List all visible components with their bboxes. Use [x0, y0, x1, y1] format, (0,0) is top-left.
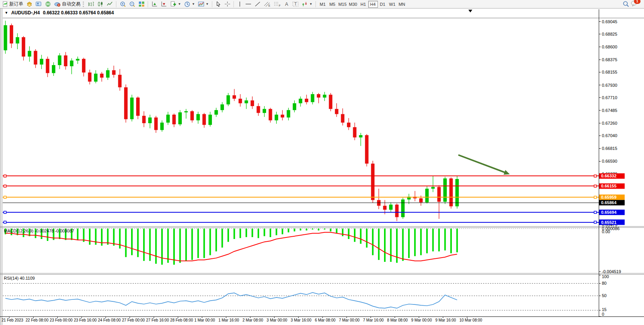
- price-level-line[interactable]: 0.66332: [3, 173, 625, 179]
- rsi-tick-label: 80: [602, 281, 606, 285]
- notifications-button[interactable]: 1: [631, 0, 638, 8]
- time-tick-label: 27 Feb 00:00: [122, 318, 145, 322]
- new-order-button[interactable]: 新订单: [1, 0, 25, 8]
- candle-body: [317, 94, 320, 98]
- chart-line-button[interactable]: [105, 0, 114, 8]
- price-level-line[interactable]: 0.65959: [3, 194, 625, 200]
- candle-body: [124, 87, 128, 119]
- time-axis[interactable]: 21 Feb 202322 Feb 08:0023 Feb 00:0023 Fe…: [0, 316, 644, 322]
- text-label-tool[interactable]: T: [291, 0, 300, 8]
- price-tick-label: 0.68825: [602, 32, 617, 36]
- cursor-tool-button[interactable]: [214, 0, 223, 8]
- line-handle[interactable]: [4, 175, 6, 177]
- candle-body: [251, 100, 254, 106]
- zoom-out-button[interactable]: [128, 0, 137, 8]
- candle-body: [94, 74, 97, 82]
- new-order-icon: [2, 1, 8, 7]
- svg-text:F: F: [279, 4, 280, 7]
- indicator-window-up-button[interactable]: [150, 0, 159, 8]
- line-handle[interactable]: [594, 221, 596, 224]
- toolbar-separator: [234, 1, 234, 7]
- vertical-line-tool[interactable]: [236, 0, 244, 8]
- svg-text:0.65521: 0.65521: [601, 220, 617, 225]
- splitter-rsi[interactable]: [0, 273, 644, 274]
- candle-body: [208, 115, 212, 125]
- line-handle[interactable]: [4, 211, 6, 213]
- arrows-tool-dropdown[interactable]: ▼: [300, 0, 314, 8]
- chart-canvas[interactable]: 0.690450.688250.686000.683750.681550.679…: [0, 9, 644, 325]
- candle-body: [76, 59, 79, 60]
- timeframe-button-h1[interactable]: H1: [359, 1, 368, 8]
- timeframe-button-m15[interactable]: M15: [337, 1, 348, 8]
- add-indicator-dropdown[interactable]: ▼: [169, 0, 183, 8]
- search-icon[interactable]: [621, 0, 631, 8]
- chart-shift-marker[interactable]: [468, 10, 472, 12]
- autotrading-button[interactable]: 自动交易: [53, 0, 82, 8]
- indicator-window-down-button[interactable]: [159, 0, 169, 8]
- svg-text:0.65694: 0.65694: [601, 210, 617, 215]
- line-handle[interactable]: [594, 211, 596, 213]
- candle-body: [10, 25, 13, 43]
- price-level-line[interactable]: 0.65694: [3, 210, 625, 215]
- horizontal-line-tool[interactable]: [244, 0, 253, 8]
- candle-body: [196, 114, 200, 120]
- price-tick-label: 0.66590: [602, 159, 617, 163]
- candle-body: [329, 95, 332, 109]
- tile-windows-button[interactable]: [137, 0, 146, 8]
- timeframe-button-d1[interactable]: D1: [378, 1, 388, 8]
- candle-body: [64, 55, 67, 66]
- candle-body: [383, 206, 386, 210]
- market-watch-button[interactable]: [34, 0, 43, 8]
- chart-dropdown-icon[interactable]: ▼: [5, 11, 8, 15]
- trendline-tool[interactable]: [253, 0, 262, 8]
- signals-button[interactable]: [43, 0, 53, 8]
- current-price-line[interactable]: 0.65864: [3, 200, 625, 205]
- candle-body: [305, 99, 308, 102]
- text-tool[interactable]: A: [282, 0, 291, 8]
- time-tick-label: 28 Feb 08:00: [170, 318, 193, 322]
- candle-body: [371, 163, 374, 200]
- candle-body: [172, 115, 176, 124]
- timeframe-button-m1[interactable]: M1: [318, 1, 328, 8]
- timeframe-button-w1[interactable]: W1: [388, 1, 397, 8]
- chart-bars-button[interactable]: [87, 0, 96, 8]
- equidistant-channel-tool[interactable]: E: [262, 0, 272, 8]
- candle-series: [4, 21, 459, 221]
- chart-candles-button[interactable]: [96, 0, 105, 8]
- fibonacci-tool[interactable]: F: [272, 0, 282, 8]
- candle-body: [202, 114, 206, 125]
- line-handle[interactable]: [4, 221, 6, 224]
- line-handle[interactable]: [4, 196, 6, 198]
- line-handle[interactable]: [594, 185, 596, 187]
- timeframe-button-m5[interactable]: M5: [328, 1, 337, 8]
- candle-body: [359, 135, 362, 138]
- timeframe-button-m30[interactable]: M30: [348, 1, 358, 8]
- favorites-button[interactable]: [25, 0, 34, 8]
- svg-text:-0.004519: -0.004519: [602, 269, 621, 274]
- line-handle[interactable]: [594, 175, 596, 177]
- periods-dropdown[interactable]: ▼: [183, 0, 196, 8]
- price-tick-label: 0.66815: [602, 146, 617, 151]
- line-handle[interactable]: [594, 196, 596, 198]
- time-tick-label: 6 Mar 08:00: [315, 318, 336, 322]
- candle-body: [287, 110, 290, 117]
- caret-down-icon: ▼: [309, 2, 313, 6]
- timeframe-button-mn[interactable]: MN: [397, 1, 407, 8]
- price-level-line[interactable]: 0.65521: [3, 220, 625, 225]
- timeframe-button-h4[interactable]: H4: [368, 1, 378, 8]
- crosshair-tool-button[interactable]: [223, 0, 232, 8]
- svg-text:T: T: [294, 2, 297, 6]
- price-level-line[interactable]: 0.66155: [3, 183, 625, 189]
- time-tick-label: 2 Mar 08:00: [243, 318, 263, 322]
- trend-arrow-annotation[interactable]: [458, 155, 510, 175]
- rsi-line: [5, 292, 457, 308]
- svg-text:E: E: [268, 4, 270, 7]
- candle-body: [377, 200, 381, 206]
- line-handle[interactable]: [4, 185, 6, 187]
- candle-body: [106, 70, 109, 77]
- templates-dropdown[interactable]: ▼: [196, 0, 210, 8]
- splitter-macd[interactable]: [0, 226, 644, 227]
- chart-title: ▼ AUDUSD-,H4 0.66322 0.66333 0.65764 0.6…: [5, 10, 114, 15]
- candle-body: [293, 103, 296, 110]
- zoom-in-button[interactable]: [118, 0, 128, 8]
